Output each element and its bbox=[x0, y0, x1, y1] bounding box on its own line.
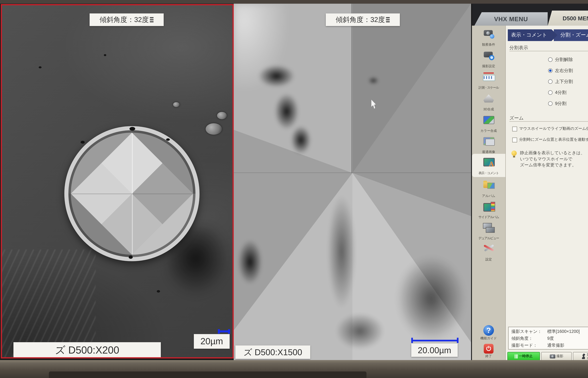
microscope-app-screen: 傾斜角度：32度 ズ D500:X200 20µm bbox=[0, 4, 588, 360]
camera-icon bbox=[549, 354, 555, 358]
power-icon: ⏻ bbox=[484, 344, 493, 353]
speck bbox=[157, 290, 160, 293]
tilt-angle-text-right: 傾斜角度：32度 bbox=[336, 15, 385, 25]
device-magnification-button[interactable]: D500 X200 bbox=[573, 352, 588, 360]
3d-composition-icon bbox=[482, 93, 495, 104]
menu-tabstrip: VHX MENU D500 MENU bbox=[472, 4, 588, 26]
sidebar-item-measure-scale[interactable]: 計測・スケール bbox=[472, 70, 505, 90]
sidebar-item-settings[interactable]: 設定 bbox=[472, 241, 505, 262]
debris-dot bbox=[166, 138, 170, 141]
sidebar-item-color-composition[interactable]: カラー合成 bbox=[472, 113, 505, 134]
checkbox-link-zoom-position[interactable]: 分割時にズーム位置と表示位置を連動する bbox=[512, 137, 588, 142]
checkbox-icon bbox=[512, 126, 517, 131]
lens-magnification-overlay-left: ズ D500:X200 bbox=[14, 342, 161, 358]
dual-view-icon bbox=[482, 222, 495, 233]
vertical-seam bbox=[351, 4, 352, 173]
tilt-angle-overlay-left: 傾斜角度：32度 bbox=[90, 14, 164, 26]
tilt-angle-overlay-right: 傾斜角度：32度 bbox=[326, 14, 400, 26]
tab-d500-menu[interactable]: D500 MENU bbox=[548, 11, 588, 26]
sidebar-item-dual-view[interactable]: デュアルビュー bbox=[472, 220, 505, 241]
dark-blob bbox=[336, 313, 384, 350]
d500-menu-panel: 表示・コメント 分割・ズーム 戻る 分割表示 分割解除 左右分割 bbox=[505, 26, 588, 360]
breadcrumb-level1: 表示・コメント bbox=[508, 29, 557, 41]
sidebar-icon-column: 観察条件 撮影設定 計測・スケール 3D合成 カラー合成 bbox=[472, 26, 505, 360]
scale-bar-icon-right bbox=[411, 340, 459, 341]
droplet-blob bbox=[217, 112, 227, 119]
checkbox-mousewheel-zoom[interactable]: マウスホイールでライブ動画のズーム倍率を変更する bbox=[512, 126, 588, 132]
label-grip-icon bbox=[150, 17, 154, 22]
microscope-icon bbox=[582, 353, 586, 359]
status-row-tilt: 傾斜角度： 9度 bbox=[511, 336, 533, 341]
indenter-facets bbox=[71, 133, 193, 255]
section-divider bbox=[509, 51, 588, 51]
viewport-right-x1500[interactable]: 傾斜角度：32度 ズ D500:X1500 20.00µm bbox=[234, 4, 471, 360]
speck bbox=[104, 54, 106, 56]
checkbox-icon bbox=[512, 137, 517, 142]
sidebar-item-capture-settings[interactable]: 撮影設定 bbox=[472, 48, 505, 69]
bezel-notch bbox=[49, 372, 367, 378]
radio-circle-icon bbox=[548, 57, 553, 62]
sidebar-item-side-album[interactable]: サイドアルバム bbox=[472, 199, 505, 220]
observation-conditions-icon bbox=[482, 28, 495, 40]
sidebar-item-optimal-image[interactable]: 最適画像 bbox=[472, 134, 505, 155]
radio-split-top-bottom[interactable]: 上下分割 bbox=[548, 79, 573, 85]
display-comment-icon: A bbox=[482, 157, 495, 168]
sem-image-x200 bbox=[2, 5, 232, 357]
settings-icon bbox=[482, 243, 495, 254]
monitor-bezel-bottom bbox=[0, 360, 588, 378]
help-question-icon: ? bbox=[483, 325, 494, 336]
pause-icon bbox=[515, 354, 518, 358]
action-bar: 一時停止 撮影 D500 X200 bbox=[507, 352, 588, 360]
breadcrumb-level2: 分割・ズーム bbox=[554, 29, 588, 41]
droplet-blob bbox=[206, 123, 222, 135]
section-divider bbox=[509, 121, 588, 122]
radio-split-4[interactable]: 4分割 bbox=[548, 90, 566, 95]
album-icon bbox=[482, 179, 495, 191]
radio-circle-icon bbox=[548, 90, 553, 95]
radio-circle-icon-selected bbox=[548, 68, 553, 73]
split-section-title: 分割表示 bbox=[509, 45, 528, 51]
color-composition-icon bbox=[482, 114, 495, 126]
screenshot-root: 傾斜角度：32度 ズ D500:X200 20µm bbox=[0, 0, 588, 378]
scale-bar-icon-left bbox=[218, 330, 230, 332]
function-guide-button[interactable]: ? 機能ガイド bbox=[472, 325, 505, 341]
monitor-stage: 傾斜角度：32度 ズ D500:X200 20µm bbox=[0, 0, 588, 378]
dark-blob bbox=[291, 126, 311, 154]
tilt-angle-text-left: 傾斜角度：32度 bbox=[100, 15, 149, 25]
sem-image-x1500 bbox=[234, 4, 471, 360]
tip-note: 静止画像を表示しているときは、 いつでもマウスホイールで ズーム倍率を変更できま… bbox=[511, 150, 588, 168]
zoom-section-title: ズーム bbox=[509, 115, 524, 121]
pause-button[interactable]: 一時停止 bbox=[507, 352, 540, 360]
exit-button[interactable]: ⏻ 終了 bbox=[472, 344, 505, 358]
dark-blob bbox=[328, 195, 356, 309]
debris-dot bbox=[129, 127, 135, 131]
viewport-left-x200[interactable]: 傾斜角度：32度 ズ D500:X200 20µm bbox=[1, 4, 234, 358]
sidebar-item-album[interactable]: アルバム bbox=[472, 178, 505, 199]
capture-settings-icon bbox=[482, 50, 495, 61]
capture-status-box[interactable]: 撮影スキャン： 標準[1600×1200] 傾斜角度： 9度 撮影モード： 通常… bbox=[508, 327, 588, 350]
radio-circle-icon bbox=[548, 79, 553, 84]
scale-label-right: 20.00µm bbox=[411, 343, 458, 357]
dark-blob bbox=[274, 93, 299, 130]
indenter-tip-circle bbox=[64, 126, 200, 261]
capture-button[interactable]: 撮影 bbox=[541, 352, 572, 360]
sidebar-item-display-comment[interactable]: A 表示・コメント bbox=[472, 155, 505, 176]
speck bbox=[39, 66, 41, 68]
lightbulb-icon bbox=[511, 150, 517, 157]
sidebar-item-observation-conditions[interactable]: 観察条件 bbox=[472, 27, 505, 47]
tab-vhx-menu[interactable]: VHX MENU bbox=[474, 12, 548, 26]
radio-split-9[interactable]: 9分割 bbox=[548, 101, 566, 107]
radio-split-left-right[interactable]: 左右分割 bbox=[548, 68, 573, 74]
sidebar: VHX MENU D500 MENU 観察条件 撮影設定 計 bbox=[471, 4, 588, 360]
dark-blob bbox=[397, 256, 466, 341]
lens-magnification-overlay-right: ズ D500:X1500 bbox=[235, 345, 310, 359]
radio-circle-icon bbox=[548, 101, 553, 106]
debris-dot bbox=[129, 256, 133, 259]
sidebar-item-3d-composition[interactable]: 3D合成 bbox=[472, 91, 505, 112]
dark-blob bbox=[258, 65, 295, 87]
droplet-blob bbox=[173, 102, 179, 107]
optimal-image-icon bbox=[482, 135, 495, 147]
debris-dot bbox=[81, 141, 85, 144]
radio-split-off[interactable]: 分割解除 bbox=[548, 56, 573, 63]
dark-blob bbox=[238, 240, 262, 284]
